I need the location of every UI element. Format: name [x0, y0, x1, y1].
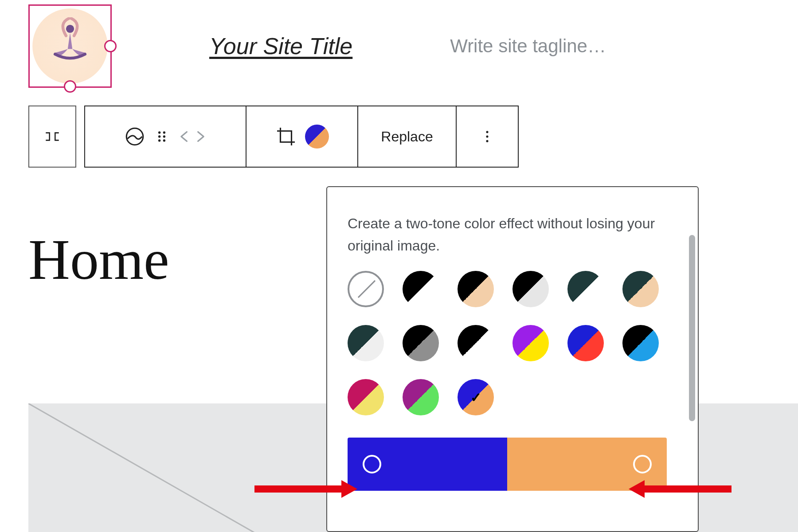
- duotone-swatch-darkteal-peach[interactable]: [622, 271, 659, 307]
- drag-handle-icon[interactable]: [154, 129, 170, 145]
- svg-point-3: [163, 131, 165, 133]
- svg-point-2: [158, 131, 160, 133]
- annotation-arrowhead-right: [629, 480, 645, 498]
- block-toolbar: Replace: [28, 106, 519, 168]
- duotone-swatch-purple-green[interactable]: [403, 379, 439, 415]
- duotone-swatch-purple-yellow[interactable]: [512, 325, 549, 361]
- svg-point-9: [486, 135, 488, 137]
- duotone-swatch-black-cyan[interactable]: [622, 325, 659, 361]
- block-switcher-button[interactable]: [28, 106, 76, 168]
- duotone-swatch-darkteal-lightgray[interactable]: [348, 325, 384, 361]
- styles-icon[interactable]: [124, 125, 146, 148]
- resize-handle-bottom[interactable]: [64, 80, 76, 93]
- replace-label: Replace: [381, 129, 433, 145]
- svg-point-0: [66, 25, 74, 33]
- page-title[interactable]: Home: [28, 226, 169, 293]
- duotone-swatch-blue-red[interactable]: [567, 325, 604, 361]
- duotone-swatch-blue-orange[interactable]: ✓: [458, 379, 494, 415]
- highlight-color-indicator-icon: [633, 455, 652, 473]
- annotation-arrow-left: [254, 485, 343, 493]
- svg-point-10: [486, 140, 488, 142]
- more-options-button[interactable]: [457, 106, 518, 167]
- svg-line-11: [28, 403, 339, 532]
- duotone-description: Create a two-tone color effect without l…: [348, 213, 677, 257]
- svg-point-8: [486, 131, 488, 133]
- resize-handle-right[interactable]: [104, 40, 117, 52]
- shadow-color-indicator-icon: [363, 455, 381, 473]
- site-header: Your Site Title Write site tagline…: [28, 4, 606, 88]
- duotone-swatch-magenta-yellow[interactable]: [348, 379, 384, 415]
- svg-point-7: [163, 139, 165, 141]
- annotation-arrow-right: [643, 485, 732, 493]
- duotone-shadow-color[interactable]: [348, 438, 507, 491]
- svg-point-4: [158, 135, 160, 137]
- duotone-color-pair: [348, 438, 667, 491]
- move-arrows-icon[interactable]: [178, 127, 207, 146]
- site-logo-image[interactable]: [32, 8, 108, 84]
- popover-scrollbar[interactable]: [689, 191, 695, 528]
- check-icon: ✓: [470, 390, 481, 405]
- logo-illustration-icon: [41, 17, 99, 75]
- site-title[interactable]: Your Site Title: [209, 33, 352, 59]
- duotone-filter-button[interactable]: [305, 125, 329, 149]
- duotone-swatch-darkteal-white[interactable]: [567, 271, 604, 307]
- duotone-swatch-black-lightgray[interactable]: [512, 271, 549, 307]
- duotone-swatch-black-white2[interactable]: [458, 325, 494, 361]
- svg-point-6: [158, 139, 160, 141]
- duotone-swatch-black-white[interactable]: [403, 271, 439, 307]
- replace-button[interactable]: Replace: [358, 106, 457, 167]
- site-logo-block[interactable]: [28, 4, 112, 88]
- more-vertical-icon: [480, 126, 495, 147]
- annotation-arrowhead-left: [341, 480, 357, 498]
- crop-icon[interactable]: [275, 125, 297, 148]
- scrollbar-thumb[interactable]: [689, 235, 695, 421]
- block-switcher-icon: [43, 127, 62, 146]
- block-toolbar-group: Replace: [84, 106, 519, 168]
- duotone-swatch-none[interactable]: [348, 271, 384, 307]
- duotone-swatch-black-peach[interactable]: [458, 271, 494, 307]
- duotone-swatch-black-gray[interactable]: [403, 325, 439, 361]
- duotone-swatch-grid: ✓: [348, 271, 677, 415]
- site-tagline-placeholder[interactable]: Write site tagline…: [450, 35, 606, 57]
- svg-point-5: [163, 135, 165, 137]
